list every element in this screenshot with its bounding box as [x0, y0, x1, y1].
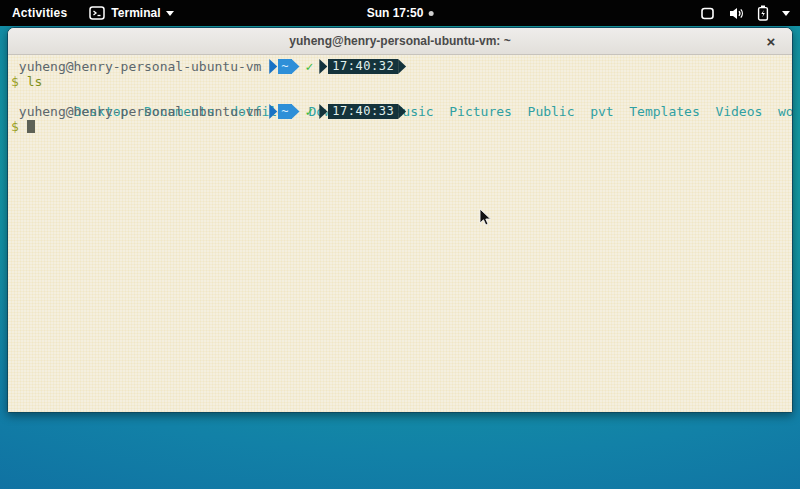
powerline-arrow-icon — [269, 104, 277, 119]
terminal-app-icon — [89, 5, 105, 21]
input-line: $ — [11, 119, 789, 134]
activities-button[interactable]: Activities — [0, 6, 79, 20]
chevron-down-icon — [782, 11, 790, 16]
prompt-cwd-segment: ~ — [269, 59, 299, 74]
ls-output: DesktopDocumentsdotfilesDownloadsMusicPi… — [11, 89, 789, 104]
prompt-symbol: $ — [11, 119, 19, 134]
window-titlebar[interactable]: yuheng@henry-personal-ubuntu-vm: ~ × — [8, 28, 792, 55]
desktop-background: yuheng@henry-personal-ubuntu-vm: ~ × yuh… — [0, 26, 800, 489]
powerline-arrow-icon — [398, 104, 406, 119]
status-check-icon: ✓ — [300, 104, 320, 119]
notification-dot — [428, 11, 433, 16]
top-bar: Activities Terminal Sun 17:50 — [0, 0, 800, 26]
powerline-arrow-icon — [319, 104, 327, 119]
prompt-user-host: yuheng@henry-personal-ubuntu-vm — [11, 104, 261, 119]
directory-name: workspace — [778, 104, 792, 119]
prompt-symbol: $ — [11, 74, 19, 89]
powerline-arrow-icon — [269, 59, 277, 74]
command-line: $ ls — [11, 74, 789, 89]
prompt-time: 17:40:33 — [328, 104, 398, 119]
prompt-time-segment: 17:40:33 — [319, 104, 406, 119]
window-title: yuheng@henry-personal-ubuntu-vm: ~ — [289, 34, 510, 48]
prompt-time-segment: 17:40:32 — [319, 59, 406, 74]
powerline-arrow-icon — [292, 104, 300, 119]
directory-name: Public — [528, 104, 575, 119]
clock-label: Sun 17:50 — [367, 6, 424, 20]
status-check-icon: ✓ — [300, 59, 320, 74]
prompt-cwd: ~ — [278, 59, 291, 74]
typed-command: ls — [27, 74, 43, 89]
screen-icon — [700, 6, 715, 21]
directory-name: Videos — [715, 104, 762, 119]
prompt-line: yuheng@henry-personal-ubuntu-vm ~ ✓ 17:4… — [11, 59, 789, 74]
directory-name: Pictures — [449, 104, 512, 119]
battery-charging-icon — [757, 5, 769, 21]
mouse-cursor-icon — [479, 208, 493, 232]
app-menu-terminal[interactable]: Terminal — [79, 5, 184, 21]
terminal-window: yuheng@henry-personal-ubuntu-vm: ~ × yuh… — [7, 27, 793, 413]
clock-menu[interactable]: Sun 17:50 — [367, 0, 434, 26]
volume-icon — [728, 6, 744, 21]
terminal-screen[interactable]: yuheng@henry-personal-ubuntu-vm ~ ✓ 17:4… — [8, 55, 792, 412]
powerline-arrow-icon — [292, 59, 300, 74]
system-status-area[interactable] — [700, 0, 800, 26]
prompt-cwd: ~ — [278, 104, 291, 119]
powerline-arrow-icon — [398, 59, 406, 74]
directory-name: pvt — [590, 104, 613, 119]
close-icon[interactable]: × — [760, 28, 782, 54]
prompt-time: 17:40:32 — [328, 59, 398, 74]
terminal-cursor — [27, 120, 35, 133]
directory-name: Templates — [629, 104, 699, 119]
powerline-arrow-icon — [319, 59, 327, 74]
prompt-cwd-segment: ~ — [269, 104, 299, 119]
prompt-user-host: yuheng@henry-personal-ubuntu-vm — [11, 59, 261, 74]
chevron-down-icon — [166, 11, 174, 16]
app-menu-label: Terminal — [111, 6, 160, 20]
